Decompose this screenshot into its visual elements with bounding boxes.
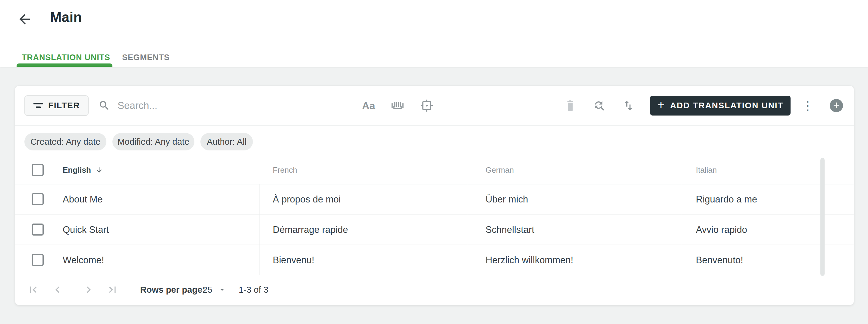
more-options-button[interactable]: ⋮ [799,86,816,125]
table-row[interactable]: Quick Start Démarrage rapide Schnellstar… [15,215,854,245]
in-selection-toggle[interactable] [416,86,437,125]
chip-author[interactable]: Author: All [200,133,253,150]
filter-button-label: FILTER [48,101,80,110]
top-header: Main TRANSLATION UNITS SEGMENTS [0,0,868,67]
cell-italian[interactable]: Benvenuto! [696,245,743,275]
selection-frame-icon [421,99,433,112]
filter-icon [33,102,43,109]
delete-button[interactable] [560,86,581,125]
cell-english[interactable]: Welcome! [63,245,104,275]
match-case-icon: Aa [362,100,375,112]
table-header-row: English French German Italian [15,156,854,184]
add-column-button[interactable]: + [830,99,843,112]
table-row[interactable]: About Me À propos de moi Über mich Rigua… [15,184,854,215]
rows-per-page-value[interactable]: 25 [203,275,212,305]
table-scrollbar[interactable] [820,158,825,276]
chip-created[interactable]: Created: Any date [24,133,106,150]
column-header-english[interactable]: English [63,156,103,184]
translation-units-card: FILTER Aa [15,86,854,305]
more-vert-icon: ⋮ [802,99,814,112]
arrow-back-icon [17,11,33,27]
last-page-icon [106,283,119,296]
row-checkbox[interactable] [32,193,44,205]
select-all-checkbox[interactable] [32,164,44,176]
table-toolbar: FILTER Aa [15,86,854,126]
cell-french[interactable]: À propos de moi [273,184,341,215]
cell-italian[interactable]: Avvio rapido [696,215,747,245]
tab-segments[interactable]: SEGMENTS [122,48,170,67]
first-page-icon [27,283,39,296]
page-title: Main [50,9,82,25]
whole-word-icon [391,100,404,111]
column-divider [259,184,259,275]
find-replace-icon [593,99,606,112]
search-box [98,96,305,115]
plus-icon: + [657,99,665,111]
active-tab-indicator [17,64,113,67]
previous-page-button[interactable] [51,283,64,296]
column-divider [468,184,468,275]
column-header-french[interactable]: French [273,156,297,184]
cell-french[interactable]: Bienvenu! [273,245,314,275]
dropdown-caret-icon [218,285,227,294]
plus-icon: + [833,100,839,111]
rows-per-page-label: Rows per page: [140,275,205,305]
filter-chips-row: Created: Any date Modified: Any date Aut… [15,125,854,156]
chip-modified[interactable]: Modified: Any date [113,133,194,150]
chevron-right-icon [82,283,95,296]
column-header-label: English [63,166,91,175]
cell-german[interactable]: Schnellstart [486,215,534,245]
row-checkbox[interactable] [32,223,44,236]
last-page-button[interactable] [106,283,119,296]
sort-button[interactable] [618,86,639,125]
cell-german[interactable]: Herzlich willkommen! [486,245,573,275]
swap-vert-icon [622,99,635,112]
row-checkbox[interactable] [32,254,44,266]
match-case-toggle[interactable]: Aa [358,86,379,125]
cell-french[interactable]: Démarrage rapide [273,215,348,245]
cell-german[interactable]: Über mich [486,184,528,215]
cell-italian[interactable]: Riguardo a me [696,184,757,215]
cell-english[interactable]: Quick Start [63,215,109,245]
pagination-bar: Rows per page: 25 1-3 of 3 [15,275,854,305]
rows-per-page-dropdown[interactable] [218,275,227,305]
add-translation-unit-button[interactable]: + ADD TRANSLATION UNIT [650,96,790,115]
whole-word-toggle[interactable] [387,86,408,125]
sort-descending-icon [95,166,103,174]
chevron-left-icon [51,283,64,296]
next-page-button[interactable] [82,283,95,296]
table-row[interactable]: Welcome! Bienvenu! Herzlich willkommen! … [15,245,854,275]
trash-icon [564,99,576,112]
back-button[interactable] [17,11,33,27]
column-header-italian[interactable]: Italian [696,156,717,184]
find-replace-button[interactable] [589,86,610,125]
first-page-button[interactable] [27,283,40,296]
search-icon [98,100,110,112]
search-input[interactable] [117,100,305,112]
column-divider [682,184,682,275]
cell-english[interactable]: About Me [63,184,103,215]
page-range-label: 1-3 of 3 [239,275,268,305]
add-translation-unit-label: ADD TRANSLATION UNIT [670,101,783,110]
filter-button[interactable]: FILTER [24,95,89,116]
column-header-german[interactable]: German [486,156,514,184]
